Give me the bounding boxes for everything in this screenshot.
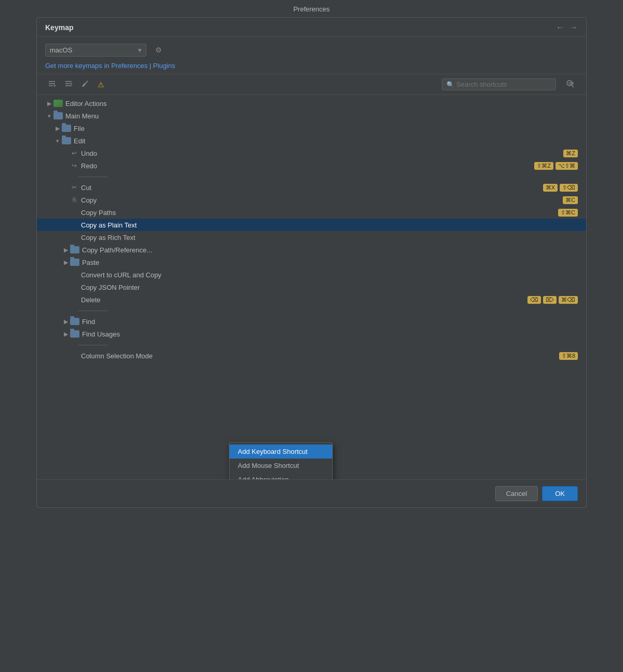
shortcuts: ⌫ ⌦ ⌘⌫ xyxy=(527,296,578,304)
keymap-row: macOS ▾ ⚙ xyxy=(45,43,578,57)
tree-item-undo[interactable]: ↩ Undo ⌘Z xyxy=(37,147,586,159)
folder-icon xyxy=(62,137,71,144)
expand-icon: ▶ xyxy=(53,125,62,132)
collapse-all-icon xyxy=(64,79,73,88)
tree-item-label: Delete xyxy=(81,296,527,304)
tree-item-label: Copy xyxy=(81,196,563,204)
find-action-button[interactable]: ⌨ xyxy=(562,77,578,91)
brush-icon xyxy=(81,79,89,88)
tree-item-paste[interactable]: ▶ Paste xyxy=(37,256,586,268)
action-placeholder-icon xyxy=(70,271,78,279)
folder-icon xyxy=(70,246,79,253)
action-placeholder-icon xyxy=(70,208,78,217)
forward-button[interactable]: → xyxy=(570,23,578,32)
warning-button[interactable]: ⚠ xyxy=(95,79,107,90)
tree-item-file[interactable]: ▶ File xyxy=(37,122,586,135)
shortcut-badge: ⌥⇧⌘ xyxy=(556,162,578,170)
tree-item-find-usages[interactable]: ▶ Find Usages xyxy=(37,328,586,340)
dialog-header: Keymap ← → xyxy=(37,18,586,37)
shortcut-badge: ⇧⌘8 xyxy=(559,352,578,360)
brush-button[interactable] xyxy=(78,78,92,91)
shortcuts: ⌘C xyxy=(563,196,578,204)
action-placeholder-icon xyxy=(70,221,78,229)
shortcuts: ⇧⌘C xyxy=(558,209,578,217)
expand-all-icon xyxy=(48,79,56,88)
action-placeholder-icon xyxy=(70,295,78,304)
tree-item-label: Copy JSON Pointer xyxy=(81,284,578,291)
context-menu-item-add-abbreviation[interactable]: Add Abbreviation xyxy=(229,473,332,479)
tree-item-label: Paste xyxy=(82,259,578,266)
undo-icon: ↩ xyxy=(70,149,78,157)
tree-item-label: Copy Path/Reference... xyxy=(82,246,578,254)
tree-item-edit[interactable]: ▾ Edit xyxy=(37,135,586,147)
toolbar: ⚠ 🔍 ⌨ xyxy=(37,74,586,95)
action-placeholder-icon xyxy=(70,233,78,241)
tree-item-redo[interactable]: ↪ Redo ⇧⌘Z ⌥⇧⌘ xyxy=(37,159,586,172)
tree-item-label: Copy Paths xyxy=(81,209,558,217)
tree-separator: -------------- xyxy=(37,306,586,315)
keymap-settings-button[interactable]: ⚙ xyxy=(152,43,166,57)
tree-item-copy[interactable]: ⎘ Copy ⌘C xyxy=(37,194,586,206)
shortcut-badge: ⇧⌘C xyxy=(558,209,578,217)
back-button[interactable]: ← xyxy=(556,23,564,32)
collapse-all-button[interactable] xyxy=(62,78,75,91)
tree-item-copy-path-ref[interactable]: ▶ Copy Path/Reference... xyxy=(37,244,586,256)
warning-icon: ⚠ xyxy=(98,80,104,89)
context-menu-item-add-keyboard[interactable]: Add Keyboard Shortcut xyxy=(229,445,332,459)
tree-item-delete[interactable]: Delete ⌫ ⌦ ⌘⌫ xyxy=(37,293,586,306)
folder-icon xyxy=(70,330,79,338)
shortcut-badge: ⌘X xyxy=(543,184,558,192)
tree-item-column-selection[interactable]: Column Selection Mode ⇧⌘8 xyxy=(37,350,586,362)
expand-icon: ▶ xyxy=(62,318,70,325)
nav-arrows: ← → xyxy=(556,23,578,32)
tree-item-copy-rich[interactable]: Copy as Rich Text xyxy=(37,231,586,244)
search-box: 🔍 xyxy=(442,78,556,90)
editor-actions-icon xyxy=(53,100,63,107)
ok-button[interactable]: OK xyxy=(542,486,578,501)
dialog-footer: Cancel OK xyxy=(37,479,586,507)
context-menu-item-add-mouse[interactable]: Add Mouse Shortcut xyxy=(229,459,332,473)
shortcut-badge: ⌘Z xyxy=(563,150,578,157)
tree-item-find[interactable]: ▶ Find xyxy=(37,315,586,328)
tree-item-label: Edit xyxy=(74,137,578,145)
svg-line-6 xyxy=(87,81,88,82)
expand-icon: ▶ xyxy=(62,259,70,266)
tree-item-convert-curl[interactable]: Convert to cURL and Copy xyxy=(37,268,586,281)
tree-item-label: Convert to cURL and Copy xyxy=(81,271,578,279)
search-input[interactable] xyxy=(456,80,551,88)
folder-icon xyxy=(62,125,71,132)
tree-separator: -------------- xyxy=(37,172,586,181)
shortcut-badge: ⇧⌫ xyxy=(560,184,578,192)
expand-icon: ▾ xyxy=(45,113,53,119)
cut-icon: ✂ xyxy=(70,183,78,192)
shortcut-badge: ⌘⌫ xyxy=(559,296,578,304)
search-icon: 🔍 xyxy=(446,81,454,88)
expand-icon: ▾ xyxy=(53,138,62,144)
action-placeholder-icon xyxy=(70,352,78,360)
tree-item-label: Find xyxy=(82,318,578,326)
expand-icon: ▶ xyxy=(62,331,70,338)
window-title: Preferences xyxy=(293,5,330,13)
tree-item-label: Redo xyxy=(81,162,534,170)
folder-icon xyxy=(53,112,63,119)
tree-item-copy-paths[interactable]: Copy Paths ⇧⌘C xyxy=(37,206,586,219)
tree-item-copy-json[interactable]: Copy JSON Pointer xyxy=(37,281,586,293)
shortcut-badge: ⌫ xyxy=(527,296,541,304)
tree-item-label: Copy as Plain Text xyxy=(81,221,578,229)
keymap-dropdown[interactable]: macOS ▾ xyxy=(45,44,146,57)
tree-item-label: Copy as Rich Text xyxy=(81,234,578,241)
tree-item-cut[interactable]: ✂ Cut ⌘X ⇧⌫ xyxy=(37,181,586,194)
page-title: Keymap xyxy=(45,23,73,32)
tree-item-editor-actions[interactable]: ▶ Editor Actions xyxy=(37,97,586,110)
context-menu: Add Keyboard Shortcut Add Mouse Shortcut… xyxy=(229,442,333,479)
tree-item-copy-plain[interactable]: Copy as Plain Text Add Keyboard Shortcut… xyxy=(37,219,586,231)
tree-item-main-menu[interactable]: ▾ Main Menu xyxy=(37,110,586,122)
tree-separator: -------------- xyxy=(37,340,586,350)
tree-item-label: Editor Actions xyxy=(65,100,578,107)
cancel-button[interactable]: Cancel xyxy=(495,486,538,501)
svg-text:⌨: ⌨ xyxy=(568,82,574,85)
expand-all-button[interactable] xyxy=(45,78,59,91)
shortcuts: ⇧⌘Z ⌥⇧⌘ xyxy=(534,162,578,170)
shortcuts: ⌘X ⇧⌫ xyxy=(543,184,578,192)
get-more-keymaps-link[interactable]: Get more keymaps in Preferences | Plugin… xyxy=(45,62,578,70)
